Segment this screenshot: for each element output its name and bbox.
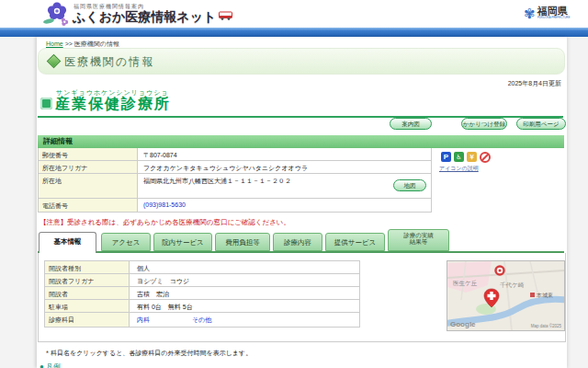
pref-flower-icon: ✾: [524, 6, 536, 20]
row-label: 開設者フリガナ: [45, 274, 130, 286]
table-row: 開設者種別 個人: [45, 261, 359, 274]
no-smoking-icon: [480, 152, 491, 163]
table-row: 駐車場 有料 0台 無料 5台: [45, 300, 359, 313]
basic-info-table: 開設者種別 個人 開設者フリガナ ヨシヅミ コウジ 開設者 吉積 宏治 駐車場 …: [44, 260, 360, 328]
facility-icon-row: P ♿ ￥: [441, 152, 491, 163]
page-title: 医療機関の情報: [64, 54, 154, 70]
facility-bullet-icon: [40, 98, 52, 109]
content-sheet: Home >> 医療機関の情報 医療機関の情報 2025年8月4日更新 サンギョ…: [37, 37, 567, 368]
address: 福岡県北九州市八幡西区大浦１－１１－１－２０２: [138, 174, 431, 198]
diamond-icon: [47, 54, 62, 69]
updated-date: 2025年8月4日更新: [37, 79, 561, 88]
map-attribution: Map data ©2025: [531, 323, 562, 328]
table-row: 開設者 吉積 宏治: [45, 287, 359, 300]
tab-medical-content[interactable]: 診療内容: [273, 233, 322, 251]
row-label: 開設者種別: [45, 261, 130, 273]
table-row: 開設者フリガナ ヨシヅミ コウジ: [45, 274, 359, 287]
tab-underline: [38, 251, 564, 253]
kakaritsuke-register-button[interactable]: かかりつけ登録: [461, 118, 507, 130]
row-label: 郵便番号: [39, 148, 138, 160]
phone-number-link[interactable]: (093)981-5630: [138, 199, 431, 212]
wheelchair-accessible-icon: ♿: [454, 152, 464, 162]
tab-results-line1: 診療の実績: [389, 232, 448, 238]
tab-results[interactable]: 診療の実績 結果等: [388, 229, 449, 251]
header-blue-bar: [0, 28, 588, 37]
tab-in-hospital-services[interactable]: 院内サービス: [153, 233, 212, 251]
pref-name: 福岡県: [537, 6, 581, 16]
breadcrumb-separator: >>: [65, 40, 73, 47]
table-row: 所在地フリガナ フクオカケンキタキュウシュウシヤハタニシクオオウラ: [39, 161, 431, 174]
tab-results-line2: 結果等: [389, 238, 448, 245]
icons-help-link[interactable]: アイコンの説明: [439, 165, 479, 173]
row-label: 所在地: [39, 174, 138, 198]
location-map[interactable]: 医生ケ丘 千代ケ崎 本城東 Google Map data ©2025: [447, 260, 565, 331]
facility-name: 産業保健診療所: [55, 95, 171, 114]
tab-provided-services[interactable]: 提供サービス: [325, 233, 385, 251]
pref-logo[interactable]: ✾ 福岡県 FUKUOKA PREFECTURE: [524, 6, 581, 20]
dept-link-other[interactable]: その他: [192, 316, 211, 323]
table-row: 所在地 福岡県北九州市八幡西区大浦１－１１－１－２０２ 地図: [39, 174, 431, 199]
row-label: 駐車場: [45, 300, 130, 312]
address-furigana: フクオカケンキタキュウシュウシヤハタニシクオオウラ: [138, 161, 431, 173]
site-logo-flower-icon: [41, 1, 73, 27]
breadcrumb-home-link[interactable]: Home: [46, 40, 63, 47]
map-button[interactable]: 地図: [393, 179, 426, 191]
row-label: 所在地フリガナ: [39, 161, 138, 173]
parking-icon: P: [441, 152, 451, 162]
details-section-header: 詳細情報: [38, 135, 564, 148]
map-label: 本城東: [536, 293, 553, 298]
row-label: 開設者: [45, 287, 130, 299]
dept-click-note: ＊科目名をクリックすると、各診療科目の外来受付時間を表示します。: [44, 349, 252, 358]
dept-link-internal-medicine[interactable]: 内科: [137, 316, 150, 323]
tab-costs[interactable]: 費用負担等: [215, 233, 270, 251]
site-title[interactable]: ふくおか医療情報ネット: [73, 9, 216, 26]
service-icon: ￥: [467, 152, 477, 162]
postal-code: 〒807-0874: [138, 148, 431, 160]
founder-type: 個人: [130, 261, 359, 273]
map-label: 千代ケ崎: [500, 282, 525, 288]
row-label: 電話番号: [39, 199, 138, 212]
page: 福岡県医療機関情報案内 ふくおか医療情報ネット ✾ 福岡県 FUKUOKA PR…: [0, 0, 588, 368]
table-row: 診療科目 内科 その他: [45, 313, 359, 327]
row-label: 診療科目: [45, 313, 130, 327]
pref-name-en: FUKUOKA PREFECTURE: [537, 16, 571, 19]
founder-furigana: ヨシヅミ コウジ: [130, 274, 359, 286]
partial-section-link[interactable]: ● 凡例: [40, 362, 61, 368]
details-table: 郵便番号 〒807-0874 所在地フリガナ フクオカケンキタキュウシュウシヤハ…: [38, 148, 432, 213]
ambulance-icon: [219, 11, 232, 20]
tab-access[interactable]: アクセス: [101, 233, 151, 251]
print-page-button[interactable]: 印刷用ページ: [516, 118, 566, 130]
parking-info: 有料 0台 無料 5台: [130, 300, 359, 312]
notice-text: 【注意】受診される際は、必ずあらかじめ各医療機関の窓口にご確認ください。: [40, 218, 290, 227]
table-row: 電話番号 (093)981-5630: [39, 199, 431, 212]
map-label: 医生ケ丘: [453, 280, 478, 286]
table-row: 郵便番号 〒807-0874: [39, 148, 431, 161]
founder-name: 吉積 宏治: [130, 287, 359, 299]
site-header: 福岡県医療機関情報案内 ふくおか医療情報ネット ✾ 福岡県 FUKUOKA PR…: [0, 0, 588, 28]
page-title-banner: 医療機関の情報: [38, 48, 565, 75]
guide-map-button[interactable]: 案内図: [390, 118, 432, 130]
tab-basic-info[interactable]: 基本情報: [39, 232, 96, 253]
google-logo: Google: [450, 320, 476, 328]
breadcrumb-current: 医療機関の情報: [74, 40, 119, 47]
